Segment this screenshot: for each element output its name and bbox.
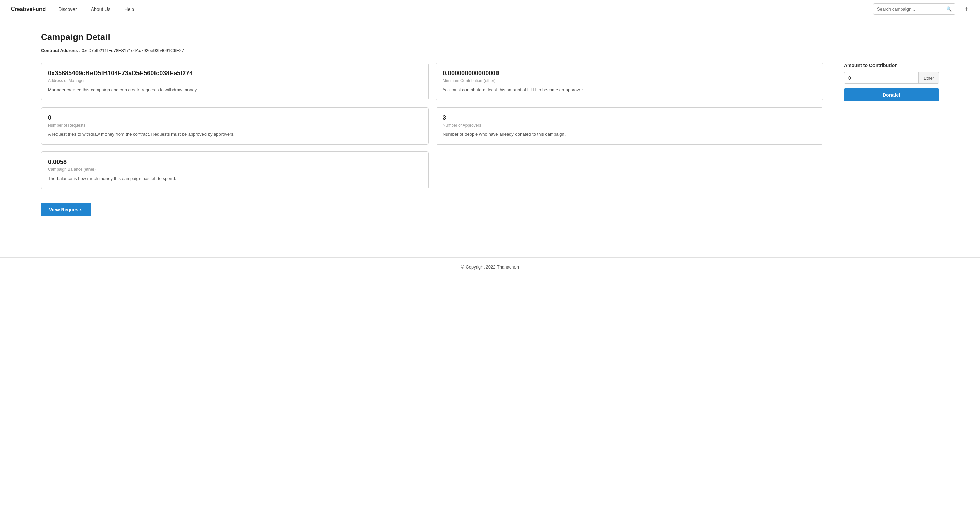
contribution-sidebar: Amount to Contribution Ether Donate!: [844, 63, 939, 216]
footer-copyright: © Copyright 2022 Thanachon: [461, 264, 519, 270]
cards-row-1: 0x35685409cBeD5fB104F73aD5E560fc038Ea5f2…: [41, 63, 824, 100]
search-input[interactable]: [877, 6, 945, 11]
search-icon: 🔍: [946, 6, 952, 11]
view-requests-button[interactable]: View Requests: [41, 203, 91, 216]
card-min-contribution-label: Minimum Contribution (ether): [443, 78, 816, 83]
nav-link-help[interactable]: Help: [118, 0, 141, 18]
card-min-contribution-value: 0.000000000000009: [443, 70, 816, 77]
card-manager-label: Address of Manager: [48, 78, 422, 83]
content-layout: 0x35685409cBeD5fB104F73aD5E560fc038Ea5f2…: [41, 63, 939, 216]
card-balance-description: The balance is how much money this campa…: [48, 175, 422, 182]
card-min-contribution-description: You must contribute at least this amount…: [443, 86, 816, 93]
contract-address-value: 0xc07efb211fFd78E8171c6Ac792ee93b4091C6E…: [82, 48, 184, 53]
contribution-input-row: Ether: [844, 72, 939, 84]
card-approvers-label: Number of Approvers: [443, 123, 816, 127]
card-manager: 0x35685409cBeD5fB104F73aD5E560fc038Ea5f2…: [41, 63, 429, 100]
cards-row-2: 0 Number of Requests A request tries to …: [41, 107, 824, 145]
page-title: Campaign Detail: [41, 32, 939, 43]
contribution-amount-input[interactable]: [844, 73, 918, 83]
contract-address: Contract Address : 0xc07efb211fFd78E8171…: [41, 48, 939, 53]
navbar: CreativeFund Discover About Us Help 🔍 +: [0, 0, 980, 18]
card-balance-value: 0.0058: [48, 159, 422, 166]
card-approvers-value: 3: [443, 114, 816, 121]
card-manager-description: Manager created this campaign and can cr…: [48, 86, 422, 93]
card-manager-value: 0x35685409cBeD5fB104F73aD5E560fc038Ea5f2…: [48, 70, 422, 77]
search-box: 🔍: [873, 3, 956, 14]
card-requests-value: 0: [48, 114, 422, 121]
card-balance: 0.0058 Campaign Balance (ether) The bala…: [41, 151, 429, 189]
footer: © Copyright 2022 Thanachon: [0, 257, 980, 276]
card-requests-label: Number of Requests: [48, 123, 422, 127]
card-approvers-description: Number of people who have already donate…: [443, 131, 816, 138]
card-requests-description: A request tries to withdraw money from t…: [48, 131, 422, 138]
contract-address-label: Contract Address :: [41, 48, 81, 53]
main-content: Campaign Detail Contract Address : 0xc07…: [0, 18, 980, 237]
nav-links: Discover About Us Help: [51, 0, 141, 18]
cards-section: 0x35685409cBeD5fB104F73aD5E560fc038Ea5f2…: [41, 63, 824, 216]
card-approvers: 3 Number of Approvers Number of people w…: [436, 107, 824, 145]
donate-button[interactable]: Donate!: [844, 89, 939, 102]
nav-brand: CreativeFund: [5, 0, 51, 18]
contribution-title: Amount to Contribution: [844, 63, 939, 68]
add-campaign-button[interactable]: +: [959, 3, 973, 15]
card-balance-label: Campaign Balance (ether): [48, 167, 422, 172]
ether-badge: Ether: [918, 73, 939, 83]
nav-link-about-us[interactable]: About Us: [84, 0, 118, 18]
nav-link-discover[interactable]: Discover: [51, 0, 84, 18]
card-min-contribution: 0.000000000000009 Minimum Contribution (…: [436, 63, 824, 100]
card-requests: 0 Number of Requests A request tries to …: [41, 107, 429, 145]
cards-row-3: 0.0058 Campaign Balance (ether) The bala…: [41, 151, 824, 189]
